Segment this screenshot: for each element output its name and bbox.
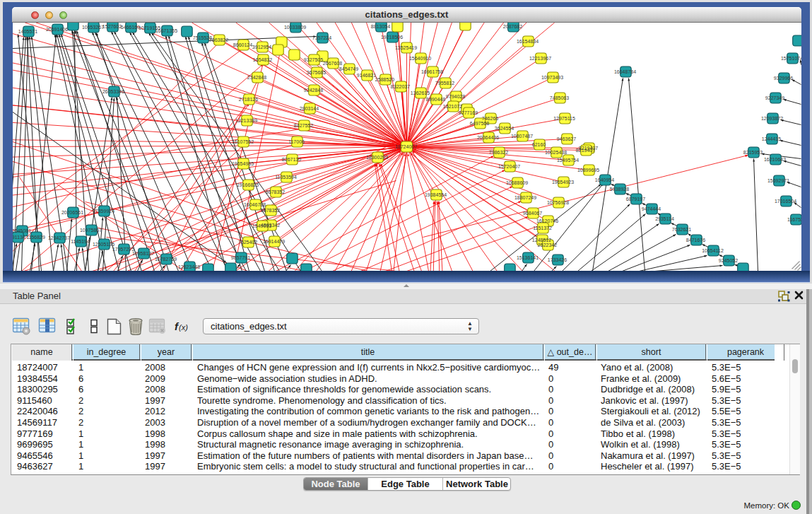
svg-text:12505135: 12505135 xyxy=(92,242,114,247)
svg-text:9777169: 9777169 xyxy=(458,110,477,115)
svg-text:1405571: 1405571 xyxy=(18,29,37,34)
svg-text:18807249: 18807249 xyxy=(514,195,536,200)
svg-text:3624554: 3624554 xyxy=(494,126,513,131)
svg-text:10958137: 10958137 xyxy=(131,251,153,256)
svg-text:8322037: 8322037 xyxy=(390,84,409,89)
svg-text:10807487: 10807487 xyxy=(510,134,532,139)
svg-text:16210643: 16210643 xyxy=(763,157,785,162)
svg-text:11353594: 11353594 xyxy=(275,175,297,180)
svg-text:20691406: 20691406 xyxy=(45,27,67,32)
svg-text:2935114: 2935114 xyxy=(655,216,674,221)
svg-text:4893342: 4893342 xyxy=(260,223,279,228)
svg-text:6879197: 6879197 xyxy=(625,197,645,201)
svg-text:1527602: 1527602 xyxy=(102,24,121,29)
svg-text:26053346: 26053346 xyxy=(102,89,124,94)
svg-text:8215953: 8215953 xyxy=(743,150,762,155)
svg-text:8660124: 8660124 xyxy=(233,42,252,47)
svg-text:15720407: 15720407 xyxy=(498,164,519,169)
svg-text:10975867: 10975867 xyxy=(79,228,101,233)
svg-text:9329966: 9329966 xyxy=(773,76,792,81)
svg-text:10756928: 10756928 xyxy=(546,200,568,205)
svg-text:2718126: 2718126 xyxy=(238,97,257,102)
svg-text:8990448: 8990448 xyxy=(425,97,445,102)
svg-text:9684067: 9684067 xyxy=(522,211,541,216)
svg-text:19166825: 19166825 xyxy=(236,182,258,187)
svg-text:9245052: 9245052 xyxy=(718,258,737,263)
svg-text:12213967: 12213967 xyxy=(529,56,551,61)
svg-text:9474444: 9474444 xyxy=(641,206,660,211)
svg-text:19654923: 19654923 xyxy=(551,180,573,185)
svg-text:1654832: 1654832 xyxy=(252,57,271,62)
svg-text:8267130: 8267130 xyxy=(281,157,300,162)
svg-text:3912954: 3912954 xyxy=(252,45,271,49)
svg-text:12342737: 12342737 xyxy=(47,235,69,240)
svg-text:5938928: 5938928 xyxy=(609,187,628,192)
svg-text:8813054: 8813054 xyxy=(370,24,389,29)
svg-text:10973493: 10973493 xyxy=(541,75,563,80)
svg-text:7663822: 7663822 xyxy=(208,37,228,42)
svg-text:9242848: 9242848 xyxy=(303,88,322,93)
svg-text:1621072: 1621072 xyxy=(442,104,461,109)
svg-text:(x): (x) xyxy=(179,323,188,332)
svg-text:12213389: 12213389 xyxy=(235,118,257,123)
svg-text:9227349: 9227349 xyxy=(765,95,784,100)
svg-text:8219407: 8219407 xyxy=(575,148,594,153)
svg-text:19654985: 19654985 xyxy=(231,161,253,166)
svg-text:16671355: 16671355 xyxy=(155,28,177,33)
svg-text:12093872: 12093872 xyxy=(760,116,782,121)
svg-text:15495754: 15495754 xyxy=(556,158,578,163)
svg-text:12823448: 12823448 xyxy=(177,264,199,269)
svg-text:1244415: 1244415 xyxy=(761,136,780,141)
svg-text:2522342: 2522342 xyxy=(537,243,556,247)
svg-text:1733426: 1733426 xyxy=(547,257,566,262)
svg-text:10033809: 10033809 xyxy=(283,25,305,30)
svg-text:10654112: 10654112 xyxy=(702,248,724,253)
svg-text:16782759: 16782759 xyxy=(154,257,176,262)
svg-text:16914479: 16914479 xyxy=(262,239,284,244)
svg-text:16154834: 16154834 xyxy=(516,39,538,44)
svg-text:2645081: 2645081 xyxy=(13,228,31,233)
svg-text:10653267: 10653267 xyxy=(81,25,103,30)
svg-text:2667608: 2667608 xyxy=(322,61,341,66)
svg-text:15751074: 15751074 xyxy=(780,56,801,61)
svg-text:15692971: 15692971 xyxy=(767,178,789,183)
svg-text:16107552: 16107552 xyxy=(231,139,253,144)
svg-text:12975115: 12975115 xyxy=(553,116,575,121)
svg-text:1248512: 1248512 xyxy=(531,238,551,243)
svg-text:746266: 746266 xyxy=(481,116,498,121)
svg-text:13525419: 13525419 xyxy=(394,45,416,50)
svg-text:9857791: 9857791 xyxy=(230,255,249,260)
svg-text:7485063: 7485063 xyxy=(549,95,568,100)
svg-text:1145194: 1145194 xyxy=(71,239,90,244)
svg-text:2087682: 2087682 xyxy=(502,24,522,29)
svg-text:10899695: 10899695 xyxy=(577,168,599,173)
svg-text:6497568: 6497568 xyxy=(469,121,488,126)
svg-text:7955812: 7955812 xyxy=(435,81,454,86)
svg-text:18724007: 18724007 xyxy=(394,144,416,149)
svg-text:16648784: 16648784 xyxy=(613,69,635,74)
svg-text:7632621: 7632621 xyxy=(671,227,690,232)
svg-text:15136141: 15136141 xyxy=(516,255,538,260)
svg-text:8678352: 8678352 xyxy=(260,208,279,213)
svg-text:7986322: 7986322 xyxy=(488,150,507,155)
svg-text:62160: 62160 xyxy=(531,142,546,147)
svg-text:1156829: 1156829 xyxy=(26,235,45,240)
svg-text:19218506: 19218506 xyxy=(380,35,402,40)
svg-text:2803144: 2803144 xyxy=(299,106,318,111)
svg-text:16046788: 16046788 xyxy=(243,202,265,207)
svg-text:10688609: 10688609 xyxy=(505,180,527,185)
svg-text:8454749: 8454749 xyxy=(339,66,358,71)
svg-text:9463627: 9463627 xyxy=(556,136,575,141)
svg-text:116753: 116753 xyxy=(787,217,801,222)
svg-text:10025438: 10025438 xyxy=(544,150,566,155)
svg-text:8471676: 8471676 xyxy=(686,238,705,243)
svg-text:9327505: 9327505 xyxy=(303,57,322,62)
svg-text:17957275: 17957275 xyxy=(112,247,134,252)
svg-text:7357224: 7357224 xyxy=(312,35,331,40)
svg-text:1640954: 1640954 xyxy=(594,177,613,182)
svg-text:17016504: 17016504 xyxy=(774,199,796,204)
svg-text:17359924: 17359924 xyxy=(92,209,114,214)
svg-text:7625402: 7625402 xyxy=(237,240,257,245)
svg-text:9794028: 9794028 xyxy=(445,94,464,99)
svg-text:16961758: 16961758 xyxy=(420,69,442,74)
